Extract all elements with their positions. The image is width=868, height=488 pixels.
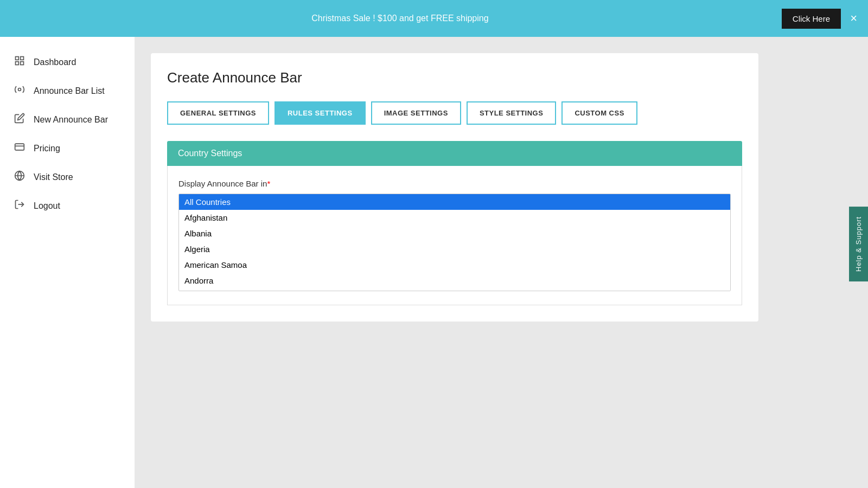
svg-point-4 <box>18 88 21 91</box>
country-listbox[interactable]: All CountriesAfghanistanAlbaniaAlgeriaAm… <box>178 194 731 291</box>
page-title: Create Announce Bar <box>167 69 742 86</box>
logout-label: Logout <box>34 201 60 211</box>
dashboard-icon <box>13 55 26 69</box>
card: Create Announce Bar GENERAL SETTINGSRULE… <box>151 53 758 322</box>
sidebar-item-pricing[interactable]: Pricing <box>0 134 135 163</box>
help-support-tab[interactable]: Help & Support <box>849 207 868 281</box>
tab-image-settings[interactable]: IMAGE SETTINGS <box>371 101 461 125</box>
tab-style-settings[interactable]: STYLE SETTINGS <box>467 101 557 125</box>
main-content: Create Announce Bar GENERAL SETTINGSRULE… <box>135 37 868 488</box>
field-label: Display Announce Bar in* <box>178 179 731 188</box>
announce-bar-cta-button[interactable]: Click Here <box>782 9 841 29</box>
sidebar: DashboardAnnounce Bar ListNew Announce B… <box>0 37 135 488</box>
required-marker: * <box>267 179 270 188</box>
svg-rect-0 <box>16 57 19 60</box>
dashboard-label: Dashboard <box>34 57 76 67</box>
logout-icon <box>13 199 26 213</box>
svg-rect-2 <box>21 62 24 65</box>
sidebar-item-visit-store[interactable]: Visit Store <box>0 163 135 191</box>
announce-bar: Christmas Sale ! $100 and get FREE shipp… <box>0 0 868 37</box>
sidebar-item-announce-bar-list[interactable]: Announce Bar List <box>0 76 135 105</box>
tab-custom-css[interactable]: CUSTOM CSS <box>561 101 637 125</box>
sidebar-item-logout[interactable]: Logout <box>0 191 135 220</box>
tabs-container: GENERAL SETTINGSRULES SETTINGSIMAGE SETT… <box>167 101 742 125</box>
announce-bar-close-button[interactable]: × <box>850 11 857 25</box>
sidebar-item-dashboard[interactable]: Dashboard <box>0 48 135 76</box>
svg-rect-5 <box>15 144 24 150</box>
visit-store-label: Visit Store <box>34 172 73 182</box>
new-announce-bar-icon <box>13 113 26 126</box>
main-layout: DashboardAnnounce Bar ListNew Announce B… <box>0 37 868 488</box>
pricing-icon <box>13 142 26 155</box>
announce-bar-list-icon <box>13 84 26 98</box>
new-announce-bar-label: New Announce Bar <box>34 115 108 125</box>
svg-rect-3 <box>16 62 19 65</box>
announce-bar-text: Christmas Sale ! $100 and get FREE shipp… <box>27 14 773 23</box>
svg-rect-1 <box>21 57 24 60</box>
visit-store-icon <box>13 170 26 184</box>
section-body: Display Announce Bar in* All CountriesAf… <box>167 166 742 305</box>
pricing-label: Pricing <box>34 144 60 153</box>
tab-rules-settings[interactable]: RULES SETTINGS <box>275 101 366 125</box>
section-header: Country Settings <box>167 141 742 166</box>
sidebar-item-new-announce-bar[interactable]: New Announce Bar <box>0 105 135 134</box>
country-settings-section: Country Settings Display Announce Bar in… <box>167 141 742 305</box>
tab-general-settings[interactable]: GENERAL SETTINGS <box>167 101 269 125</box>
announce-bar-list-label: Announce Bar List <box>34 86 105 96</box>
